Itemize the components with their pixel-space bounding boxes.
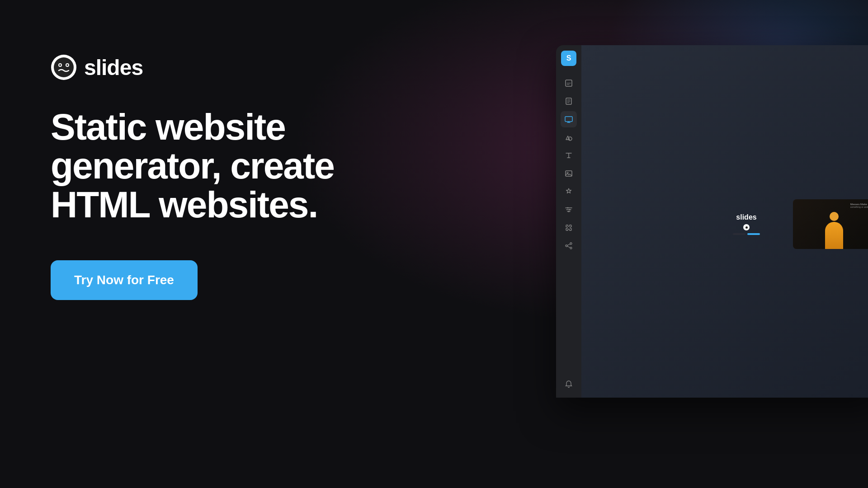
svg-point-12 [567, 207, 569, 209]
svg-point-5 [66, 64, 68, 66]
svg-point-17 [570, 247, 572, 249]
slides-logo-icon [51, 54, 77, 80]
svg-point-1 [54, 57, 74, 77]
app-sidebar: S [556, 45, 581, 398]
svg-rect-8 [565, 117, 572, 122]
sidebar-icon-share[interactable] [561, 238, 577, 254]
sidebar-icon-text[interactable] [561, 147, 577, 164]
svg-point-4 [59, 64, 61, 66]
app-main: Template Add slides Static website gener… [581, 45, 868, 398]
slides-grid: slides Slide 1 Slide 2 slides [699, 68, 868, 263]
logo-text: slides [84, 55, 143, 80]
svg-point-13 [569, 209, 571, 211]
sidebar-icon-monitor[interactable] [561, 111, 577, 127]
sidebar-icon-bell[interactable] [561, 376, 577, 392]
slide-thumb-9: slides [705, 199, 788, 249]
hero-title: Static website generator, create HTML we… [51, 108, 358, 224]
slide-thumb-10: Messes Makesomething or another [793, 199, 868, 249]
svg-point-14 [568, 211, 570, 212]
svg-point-11 [567, 172, 568, 174]
svg-rect-10 [566, 171, 572, 176]
sidebar-icon-shapes[interactable] [561, 129, 577, 145]
svg-point-15 [570, 243, 572, 244]
sidebar-icon-paint[interactable] [561, 183, 577, 200]
slide-card-10[interactable]: Messes Makesomething or another Slide 10 [793, 199, 868, 256]
sidebar-icon-files[interactable] [561, 75, 577, 91]
right-panel: Designmodo › Slides 6 Slides [699, 45, 868, 398]
app-mockup: S [556, 45, 868, 398]
sidebar-icon-image[interactable] [561, 165, 577, 182]
sidebar-icon-filter[interactable] [561, 202, 577, 218]
logo-row: slides [51, 54, 358, 80]
sidebar-icon-document[interactable] [561, 93, 577, 109]
try-now-button[interactable]: Try Now for Free [51, 260, 198, 300]
sidebar-icon-puzzle[interactable] [561, 220, 577, 236]
slide-card-9[interactable]: slides Slide 9 [705, 199, 788, 256]
svg-point-16 [566, 245, 567, 247]
sidebar-logo[interactable]: S [561, 51, 576, 66]
left-panel: slides Static website generator, create … [51, 54, 358, 300]
